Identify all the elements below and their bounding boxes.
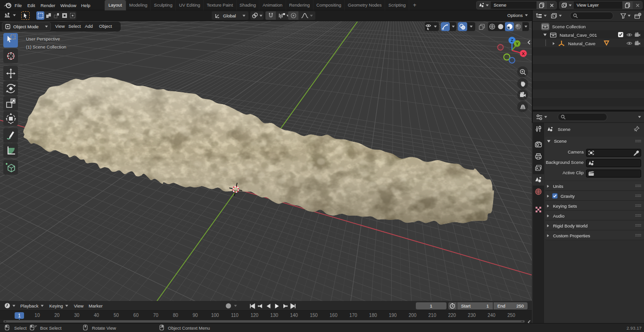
svg-text:Z: Z xyxy=(511,38,513,43)
svg-text:Y: Y xyxy=(516,41,519,46)
svg-text:X: X xyxy=(522,51,525,56)
